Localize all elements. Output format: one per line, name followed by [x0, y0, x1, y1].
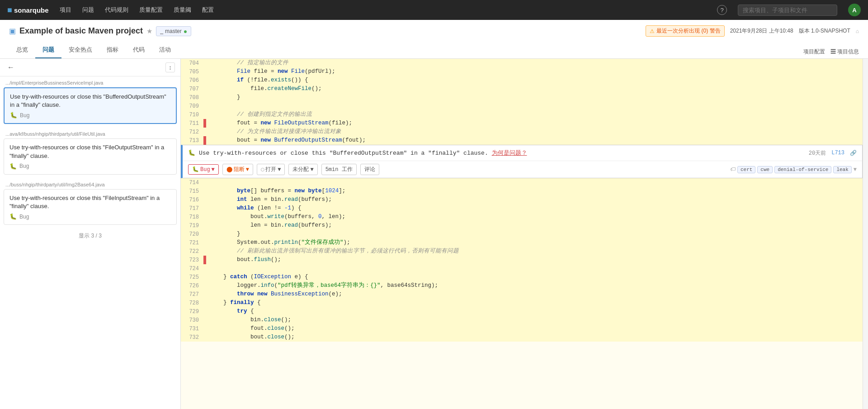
table-row: 721 System.out.println("文件保存成功"); — [181, 238, 863, 247]
header-right-section: ⚠ 最近一次分析出现 (0) 警告 2021年9月28日 上午10:48 版本 … — [646, 25, 859, 37]
comment-button[interactable]: 评论 — [360, 164, 379, 175]
home-icon[interactable]: ⌂ — [856, 28, 859, 34]
issue-type-2: Bug — [19, 163, 29, 169]
table-row: 709 — [181, 102, 863, 110]
nav-quality-gates[interactable]: 质量阈 — [174, 6, 191, 14]
line-number: 714 — [181, 178, 203, 187]
top-navigation: ■ sonarqube 项目 问题 代码规则 质量配置 质量阈 配置 ? A — [0, 0, 868, 20]
user-avatar[interactable]: A — [848, 4, 861, 16]
tab-issues[interactable]: 问题 — [35, 42, 61, 58]
line-number: 720 — [181, 230, 203, 238]
back-button[interactable]: ← — [5, 62, 16, 72]
issue-card-3[interactable]: Use try-with-resources or close this "Fi… — [4, 189, 177, 225]
tag-cwe[interactable]: cwe — [757, 166, 773, 173]
nav-issues[interactable]: 问题 — [82, 6, 94, 14]
line-number: 726 — [181, 281, 203, 290]
line-number: 707 — [181, 85, 203, 93]
project-info-link[interactable]: ☰ 项目信息 — [830, 48, 859, 56]
main-layout: ← ↕ .../impl/EnterpriseBussinessServiceI… — [0, 59, 868, 409]
severity-button[interactable]: ⬤ 阻断 ▼ — [222, 164, 253, 175]
line-code: } — [206, 93, 863, 102]
assign-button[interactable]: 未分配 ▼ — [288, 164, 317, 175]
tab-security-hotspots[interactable]: 安全热点 — [61, 42, 99, 58]
file-path-2: ...ava/kf/buss/nhgip/thirdparty/util/Fil… — [0, 128, 180, 138]
inline-link-icon[interactable]: 🔗 — [850, 150, 857, 157]
severity-icon: ⬤ — [226, 166, 232, 173]
project-settings-link[interactable]: 项目配置 — [803, 48, 825, 56]
line-code: // 刷新此输出流并强制写出所有缓冲的输出字节，必须这行代码，否则有可能有问题 — [206, 247, 863, 256]
nav-settings[interactable]: 配置 — [202, 6, 214, 14]
assign-label: 未分配 — [292, 166, 309, 173]
line-number: 713 — [181, 136, 203, 145]
line-code: fout = new FileOutputStream(file); — [206, 119, 863, 128]
nav-rules[interactable]: 代码规则 — [105, 6, 128, 14]
branch-selector[interactable]: ⎯ master ● — [156, 26, 191, 36]
nav-quality-profiles[interactable]: 质量配置 — [139, 6, 163, 14]
logo-text: sonarqube — [14, 6, 49, 14]
table-row: 725 } catch (IOException e) { — [181, 273, 863, 281]
line-number: 725 — [181, 273, 203, 281]
line-code: try { — [206, 307, 863, 316]
file-path-1: .../impl/EnterpriseBussinessServiceImpl.… — [0, 76, 180, 87]
tags-chevron-icon[interactable]: ▼ — [854, 166, 857, 173]
table-row: 710 // 创建到指定文件的输出流 — [181, 110, 863, 119]
tab-overview[interactable]: 总览 — [9, 42, 35, 58]
nav-projects[interactable]: 项目 — [60, 6, 71, 14]
status-button[interactable]: ◯ 打开 ▼ — [257, 164, 285, 175]
search-input[interactable] — [738, 5, 837, 16]
table-row: 713 bout = new BufferedOutputStream(fout… — [181, 136, 863, 145]
line-code: bout = new BufferedOutputStream(fout); — [206, 136, 863, 145]
issue-type-3: Bug — [19, 214, 29, 220]
logo-icon: ■ — [7, 5, 12, 15]
issue-text-1: Use try-with-resources or close this "Bu… — [10, 93, 170, 109]
line-number: 705 — [181, 67, 203, 76]
table-row: 726 logger.info("pdf转换异常，base64字符串为：{}",… — [181, 281, 863, 290]
tag-dos[interactable]: denial-of-service — [774, 166, 831, 173]
tab-activity[interactable]: 活动 — [152, 42, 178, 58]
help-button[interactable]: ? — [717, 5, 727, 15]
project-title: Example of basic Maven project — [19, 26, 143, 36]
logo[interactable]: ■ sonarqube — [7, 5, 49, 15]
issue-text-3: Use try-with-resources or close this "Fi… — [9, 194, 171, 210]
warning-badge[interactable]: ⚠ 最近一次分析出现 (0) 警告 — [646, 25, 724, 37]
line-code: bout.flush(); — [206, 256, 863, 264]
tag-leak[interactable]: leak — [833, 166, 851, 173]
table-row: 730 bin.close(); — [181, 316, 863, 324]
table-row: 719 len = bin.read(buffers); — [181, 221, 863, 230]
favorite-star-icon[interactable]: ★ — [146, 27, 152, 35]
branch-status-dot: ● — [184, 28, 187, 35]
analysis-date: 2021年9月28日 上午10:48 — [730, 27, 793, 35]
line-number: 721 — [181, 238, 203, 247]
table-row: 724 — [181, 264, 863, 273]
project-tabs: 总览 问题 安全热点 指标 代码 活动 — [9, 42, 178, 58]
table-row: 729 try { — [181, 307, 863, 316]
line-number: 730 — [181, 316, 203, 324]
tab-metrics[interactable]: 指标 — [99, 42, 126, 58]
code-panel[interactable]: 704 // 指定输出的文件 705 File file = new File(… — [181, 59, 863, 409]
file-path-3: .../buss/nhgip/thirdparty/util/Img2Base6… — [0, 178, 180, 189]
tag-cert[interactable]: cert — [737, 166, 755, 173]
time-text: 5min 工作 — [326, 166, 353, 173]
sidebar-issues-list: .../impl/EnterpriseBussinessServiceImpl.… — [0, 76, 180, 409]
tab-code[interactable]: 代码 — [126, 42, 152, 58]
severity-label: 阻断 — [234, 166, 245, 173]
line-number: 709 — [181, 102, 203, 110]
table-row: 720 } — [181, 230, 863, 238]
bug-type-button[interactable]: 🐛 Bug ▼ — [188, 164, 219, 175]
issue-card-1[interactable]: Use try-with-resources or close this "Bu… — [4, 87, 177, 124]
table-row: 707 file.createNewFile(); — [181, 85, 863, 93]
line-number: 727 — [181, 290, 203, 299]
expand-button[interactable]: ↕ — [165, 62, 175, 72]
inline-bug-icon: 🐛 — [188, 149, 195, 157]
line-code: System.out.println("文件保存成功"); — [206, 238, 863, 247]
project-icon: ▣ — [9, 27, 16, 35]
branch-name: master — [165, 28, 182, 34]
why-issue-link[interactable]: 为何是问题？ — [492, 150, 527, 157]
line-code: } — [206, 230, 863, 238]
issue-text-2: Use try-with-resources or close this "Fi… — [9, 143, 171, 160]
inline-issue-actions: 🐛 Bug ▼ ⬤ 阻断 ▼ ◯ — [183, 161, 862, 178]
severity-chevron-icon: ▼ — [246, 166, 249, 173]
issue-card-2[interactable]: Use try-with-resources or close this "Fi… — [4, 138, 177, 174]
inline-issue-row: 🐛 Use try-with-resources or close this "… — [181, 145, 863, 178]
table-row: 714 — [181, 178, 863, 187]
